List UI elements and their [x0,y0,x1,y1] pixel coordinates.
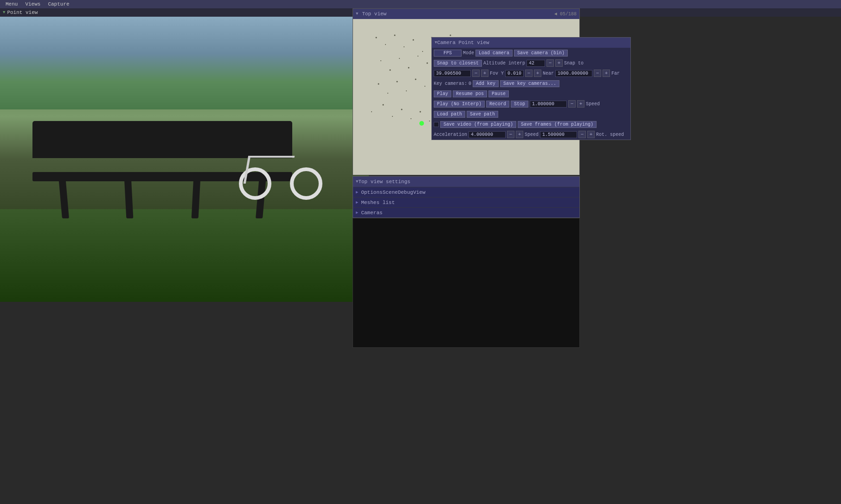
menu-menu[interactable]: Menu [2,1,21,7]
svg-point-0 [376,37,377,38]
near-value[interactable] [555,70,592,77]
svg-point-4 [413,39,414,41]
fov-y-minus[interactable]: − [525,70,533,77]
top-view-frame-indicator: ◄ 05/188 [554,12,577,17]
svg-point-2 [394,35,396,36]
key-cameras-row: Key cameras: 0 Add key Save key cameras.… [432,78,630,89]
menu-views[interactable]: Views [21,1,44,7]
play-btn[interactable]: Play [434,90,451,97]
record-btn[interactable]: Record [486,101,509,108]
cameras-expand-icon: ▶ [356,210,358,215]
page-title: Point view [7,10,38,15]
acceleration-value[interactable] [469,131,506,138]
resume-pos-btn[interactable]: Resume pos [453,90,487,97]
fps-row: FPS Mode Load camera Save camera (bin) [432,48,630,58]
settings-title: Top view settings [358,179,410,185]
options-label: OptionsSceneDebugView [361,190,425,195]
fov-plus[interactable]: + [481,70,488,77]
stop-btn[interactable]: Stop [511,101,528,108]
fps-dropdown[interactable]: FPS [434,50,462,57]
snap-row: Snap to closest Altitude interp − + Snap… [432,58,630,68]
fov-value[interactable] [434,70,471,77]
pause-btn[interactable]: Pause [488,90,509,97]
add-key-btn[interactable]: Add key [473,80,499,87]
altitude-value[interactable] [526,60,545,67]
save-video-btn[interactable]: Save video (from playing) [440,121,516,128]
save-video-wrap: Save video (from playing) [434,121,516,128]
menubar: Menu Views Capture [0,0,841,8]
cameras-label: Cameras [361,210,382,216]
speed-plus[interactable]: + [577,100,584,108]
fov-minus[interactable]: − [472,70,480,77]
snap-closest-btn[interactable]: Snap to closest [434,60,482,67]
load-camera-btn[interactable]: Load camera [475,50,513,57]
path-row: Load path Save path [432,109,630,119]
load-path-btn[interactable]: Load path [434,111,465,118]
speed2-label: Speed [525,132,539,137]
playback-row1: Play Resume pos Pause [432,89,630,99]
svg-point-25 [415,79,417,80]
menu-capture[interactable]: Capture [44,1,73,7]
main-viewport [0,17,369,302]
save-video-checkbox[interactable] [434,122,439,127]
svg-point-1 [385,44,386,45]
bottom-strip [0,453,841,504]
svg-point-21 [378,83,379,85]
svg-point-15 [408,67,410,69]
settings-item-meshes[interactable]: ▶ Meshes list [353,197,579,207]
play-no-interp-btn[interactable]: Play (No Interp) [434,101,485,108]
settings-item-cameras[interactable]: ▶ Cameras [353,207,579,217]
key-cameras-label: Key cameras: [434,81,467,86]
acceleration-row: Acceleration − + Speed − + Rot. speed [432,129,630,140]
camera-panel-title: Camera Point view [437,40,489,45]
speed-minus[interactable]: − [568,100,576,108]
meshes-label: Meshes list [361,200,395,205]
fov-y-plus[interactable]: + [534,70,541,77]
meshes-expand-icon: ▶ [356,200,358,205]
acc-plus[interactable]: + [516,131,523,138]
svg-point-12 [380,60,381,61]
snap-to-label: Snap to [564,61,584,66]
altitude-label: Altitude interp [483,61,525,66]
near-minus[interactable]: − [594,70,601,77]
svg-point-68 [429,121,430,121]
fov-y-label: Fov Y [490,71,504,76]
save-frames-btn[interactable]: Save frames (from playing) [518,121,597,128]
svg-point-17 [427,63,428,64]
save-key-cameras-btn[interactable]: Save key cameras... [500,80,559,87]
top-view-header: ▼ Top view ◄ 05/188 [353,9,579,19]
top-view-title: Top view [362,11,386,17]
speed2-value[interactable] [540,131,577,138]
top-view-triangle-icon: ▼ [356,12,358,16]
fov-row: − + Fov Y − + Near − + Far [432,68,630,78]
far-label: Far [611,71,620,76]
svg-point-63 [383,104,384,106]
svg-point-14 [399,58,400,59]
key-cameras-value: 0 [469,81,471,86]
svg-point-13 [390,70,391,71]
save-path-btn[interactable]: Save path [467,111,498,118]
settings-header: ▼ Top view settings [353,177,579,187]
camera-position-dot [419,121,424,126]
save-camera-btn[interactable]: Save camera (bin) [514,50,568,57]
svg-point-16 [417,56,418,57]
svg-point-62 [371,111,372,112]
speed-label: Speed [586,102,600,107]
altitude-minus[interactable]: − [546,59,554,67]
speed2-minus[interactable]: − [578,131,586,138]
fov-y-value[interactable] [505,70,524,77]
svg-point-65 [401,109,403,110]
speed-value[interactable] [530,101,567,108]
altitude-plus[interactable]: + [555,59,563,67]
acc-minus[interactable]: − [507,131,514,138]
svg-point-24 [406,90,407,91]
svg-point-3 [404,46,404,47]
camera-panel-header: ▼ Camera Point view [432,38,630,48]
speed2-plus[interactable]: + [587,131,595,138]
near-plus[interactable]: + [603,70,610,77]
svg-point-26 [424,86,425,87]
camera-panel: ▼ Camera Point view FPS Mode Load camera… [431,37,631,140]
svg-point-67 [420,111,421,113]
acceleration-label: Acceleration [434,132,467,137]
settings-item-options[interactable]: ▶ OptionsSceneDebugView [353,187,579,197]
